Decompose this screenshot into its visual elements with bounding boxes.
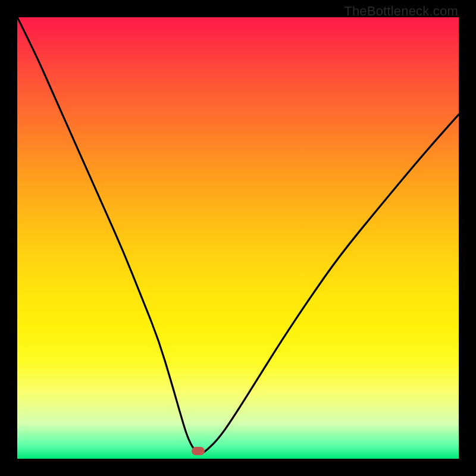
chart-curve xyxy=(17,17,459,459)
watermark-text: TheBottleneck.com xyxy=(344,4,458,19)
chart-frame: TheBottleneck.com xyxy=(0,0,476,476)
bottleneck-marker xyxy=(192,447,205,455)
